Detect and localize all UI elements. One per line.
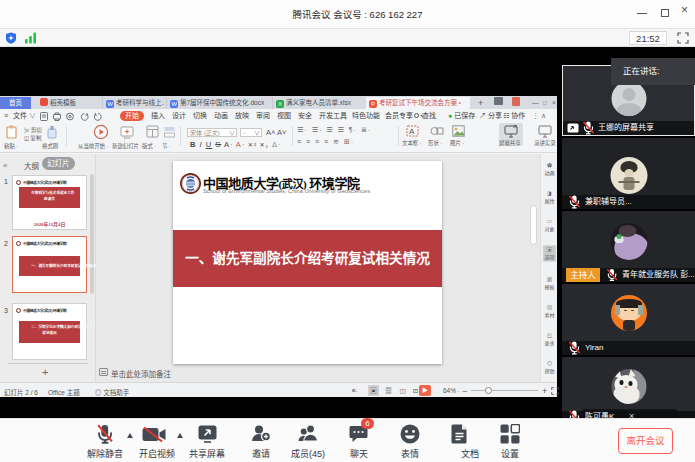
svg-text:A: A xyxy=(409,127,415,136)
